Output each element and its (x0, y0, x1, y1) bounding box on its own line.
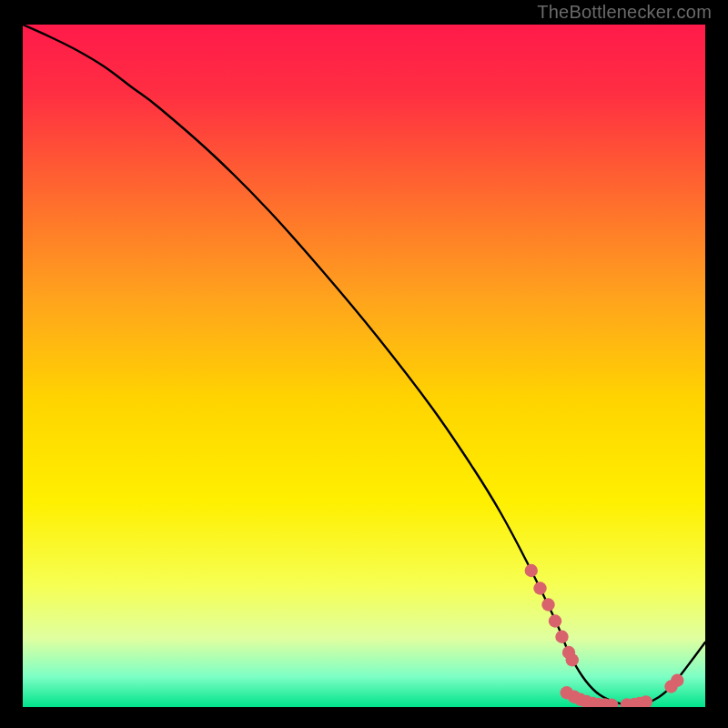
gradient-background (23, 25, 705, 707)
chart-svg (23, 25, 705, 707)
data-point (549, 614, 561, 627)
chart-frame: TheBottlenecker.com (0, 0, 728, 728)
data-point (566, 653, 579, 666)
data-point (541, 598, 554, 611)
data-point (555, 631, 568, 643)
attribution-label: TheBottlenecker.com (537, 2, 712, 23)
data-point (525, 564, 538, 577)
data-point (533, 581, 546, 594)
data-point (671, 674, 683, 687)
plot-area (23, 25, 705, 707)
